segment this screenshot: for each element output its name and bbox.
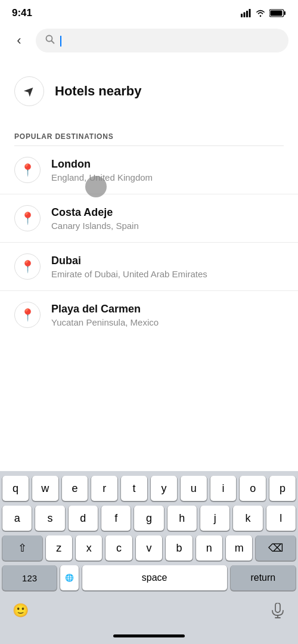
key-k[interactable]: k <box>233 506 262 531</box>
destination-dubai[interactable]: 📍 Dubai Emirate of Dubai, United Arab Em… <box>0 242 298 290</box>
key-delete[interactable]: ⌫ <box>256 535 296 561</box>
destination-dubai-name: Dubai <box>51 255 207 267</box>
destination-costa-adeje-text: Costa Adeje Canary Islands, Spain <box>51 206 139 231</box>
destination-playa-del-carmen[interactable]: 📍 Playa del Carmen Yucatan Peninsula, Me… <box>0 290 298 339</box>
key-d[interactable]: d <box>69 506 98 531</box>
search-placeholder <box>60 35 279 47</box>
keyboard-row-2: a s d f g h j k l <box>2 506 296 531</box>
destination-london-name: London <box>51 158 153 171</box>
key-space[interactable]: space <box>82 565 227 590</box>
search-box[interactable] <box>36 29 288 52</box>
key-n[interactable]: n <box>196 535 222 561</box>
keyboard-row-4: 123 🌐 space return <box>2 565 296 590</box>
svg-rect-3 <box>249 9 251 17</box>
pin-icon-london: 📍 <box>14 157 41 183</box>
hotels-nearby-label: Hotels nearby <box>55 83 142 99</box>
wifi-icon <box>255 9 266 17</box>
keyboard-row-3: ⇧ z x c v b n m ⌫ <box>2 535 296 561</box>
status-time: 9:41 <box>12 7 32 19</box>
svg-rect-9 <box>275 603 280 612</box>
pin-icon-dubai: 📍 <box>14 253 41 280</box>
status-bar: 9:41 <box>0 0 298 24</box>
key-numbers[interactable]: 123 <box>2 565 57 590</box>
home-bar <box>0 627 298 644</box>
key-s[interactable]: s <box>35 506 64 531</box>
destination-playa-text: Playa del Carmen Yucatan Peninsula, Mexi… <box>51 303 159 327</box>
destination-playa-sub: Yucatan Peninsula, Mexico <box>51 317 159 327</box>
key-space-row4[interactable]: 🌐 <box>60 565 78 590</box>
svg-rect-2 <box>246 11 248 17</box>
key-h[interactable]: h <box>167 506 197 531</box>
destination-dubai-text: Dubai Emirate of Dubai, United Arab Emir… <box>51 255 207 279</box>
key-f[interactable]: f <box>101 506 131 531</box>
destination-costa-adeje-sub: Canary Islands, Spain <box>51 221 139 231</box>
key-c[interactable]: c <box>105 535 132 561</box>
back-arrow-icon: ‹ <box>17 33 21 48</box>
key-x[interactable]: x <box>76 535 102 561</box>
svg-rect-1 <box>244 13 246 18</box>
key-r[interactable]: r <box>91 476 117 501</box>
key-shift[interactable]: ⇧ <box>2 535 42 561</box>
popular-destinations-heading: POPULAR DESTINATIONS <box>0 120 298 145</box>
svg-rect-0 <box>241 14 243 17</box>
key-w[interactable]: w <box>32 476 58 501</box>
touch-indicator <box>85 176 107 197</box>
key-l[interactable]: l <box>266 506 296 531</box>
pin-icon-costa-adeje: 📍 <box>14 205 41 231</box>
pin-icon-playa: 📍 <box>14 302 41 328</box>
key-a[interactable]: a <box>2 506 32 531</box>
svg-rect-6 <box>271 11 283 16</box>
keyboard-row-1: q w e r t y u i o p <box>2 476 296 501</box>
back-button[interactable]: ‹ <box>10 31 29 50</box>
destination-london[interactable]: 📍 London England, United Kingdom <box>0 146 298 194</box>
destination-costa-adeje-name: Costa Adeje <box>51 206 139 219</box>
key-t[interactable]: t <box>121 476 147 501</box>
key-p[interactable]: p <box>269 476 296 501</box>
key-e[interactable]: e <box>62 476 88 501</box>
key-j[interactable]: j <box>200 506 229 531</box>
battery-icon <box>269 9 286 17</box>
navigation-icon: ➤ <box>20 82 38 100</box>
keyboard-rows: q w e r t y u i o p a s d f g h j k l ⇧ … <box>0 471 298 590</box>
destination-costa-adeje[interactable]: 📍 Costa Adeje Canary Islands, Spain <box>0 194 298 242</box>
search-area: ‹ <box>0 24 298 62</box>
key-b[interactable]: b <box>166 535 192 561</box>
key-g[interactable]: g <box>134 506 163 531</box>
keyboard-bottom-row: 🙂 <box>0 595 298 627</box>
key-o[interactable]: o <box>240 476 266 501</box>
key-v[interactable]: v <box>136 535 162 561</box>
emoji-key[interactable]: 🙂 <box>7 597 33 624</box>
signal-icon <box>241 9 252 17</box>
text-cursor <box>60 36 61 47</box>
destination-playa-name: Playa del Carmen <box>51 303 159 315</box>
key-u[interactable]: u <box>181 476 207 501</box>
key-return[interactable]: return <box>231 565 296 590</box>
mic-key[interactable] <box>265 597 291 624</box>
search-icon <box>45 35 55 47</box>
key-z[interactable]: z <box>46 535 72 561</box>
svg-line-8 <box>52 41 54 44</box>
status-icons <box>241 9 286 17</box>
keyboard: q w e r t y u i o p a s d f g h j k l ⇧ … <box>0 471 298 644</box>
key-q[interactable]: q <box>2 476 29 501</box>
hotels-nearby-item[interactable]: ➤ Hotels nearby <box>0 62 298 120</box>
key-m[interactable]: m <box>226 535 252 561</box>
svg-rect-5 <box>284 11 286 15</box>
key-y[interactable]: y <box>151 476 177 501</box>
destination-dubai-sub: Emirate of Dubai, United Arab Emirates <box>51 269 207 279</box>
location-circle-icon: ➤ <box>14 76 44 106</box>
key-i[interactable]: i <box>210 476 237 501</box>
content-area: ➤ Hotels nearby POPULAR DESTINATIONS 📍 L… <box>0 62 298 339</box>
home-bar-indicator <box>113 634 185 637</box>
